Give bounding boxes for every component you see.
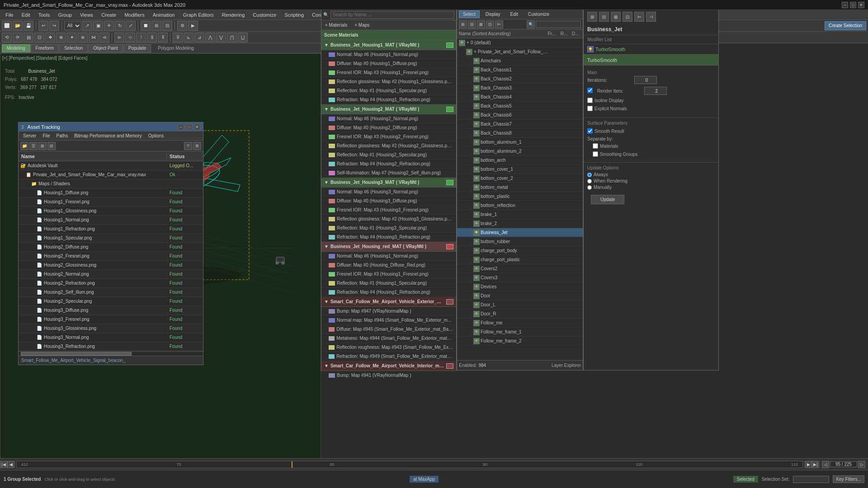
mat-section-header[interactable]: ▼Smart_Car_Follow_Me_Airport_Vehicle_Ext… [321, 297, 456, 307]
se-visibility-eye[interactable]: 👁 [473, 239, 480, 245]
populate-mode-btn[interactable]: Populate [123, 44, 151, 52]
mod-tb-btn1[interactable]: ⊞ [587, 12, 597, 22]
menu-item-customize[interactable]: Customize [249, 11, 280, 19]
mat-item[interactable]: Normal: Map #6 (Housing1_Normal.png) [321, 252, 456, 261]
se-icon-btn5[interactable]: ⊢ [495, 20, 503, 28]
se-tab-edit[interactable]: Edit [506, 10, 522, 18]
asset-file-menu[interactable]: File [40, 133, 52, 138]
se-tab-select[interactable]: Select [459, 10, 480, 18]
tb2-btn19[interactable]: ⋀ [205, 33, 215, 42]
tb2-btn8[interactable]: ⊛ [78, 33, 88, 42]
se-item[interactable]: 👁 Back_Chassis4 [457, 93, 583, 102]
mod-tb-btn2[interactable]: ⊟ [599, 12, 609, 22]
se-visibility-eye[interactable]: 👁 [473, 202, 480, 209]
mat-item[interactable]: Fresnel IOR: Map #3 (Housing1_Fresnel.pn… [321, 270, 456, 279]
object-paint-mode-btn[interactable]: Object Paint [88, 44, 123, 52]
timeline-cursor[interactable] [292, 461, 292, 468]
asset-help-btn[interactable]: ? [184, 142, 192, 150]
se-expand-tri[interactable]: ▼ [466, 41, 470, 45]
asset-row[interactable]: 📄 Housing3_Fresnel.png Found [19, 315, 203, 324]
mat-section-header[interactable]: ▼Smart_Car_Follow_Me_Airport_Vehicle_Int… [321, 361, 456, 371]
se-item[interactable]: 👁 bottom_reflection [457, 201, 583, 210]
minimize-button[interactable]: − [842, 2, 848, 8]
mat-item[interactable]: Normal: Map #6 (Housing1_Normal.png) [321, 50, 456, 59]
tb2-btn9[interactable]: ⋈ [89, 33, 99, 42]
se-icon-btn2[interactable]: ⊟ [468, 20, 476, 28]
se-visibility-eye[interactable]: 👁 [473, 320, 480, 326]
se-visibility-eye[interactable]: 👁 [473, 275, 480, 281]
menu-item-scripting[interactable]: Scripting [281, 11, 307, 19]
asset-options-menu[interactable]: Options [146, 133, 166, 138]
se-item[interactable]: 👁 bottom_aluminum_1 [457, 138, 583, 147]
asset-scroll-bar[interactable] [19, 351, 203, 356]
mat-item[interactable]: Diffuse: Map #0 (Housing_Diffuse_Red.png… [321, 261, 456, 270]
asset-row[interactable]: 📄 Housing3_Glossiness.png Found [19, 324, 203, 333]
snap2d-btn[interactable]: ⊞ [151, 21, 161, 31]
asset-row[interactable]: 📄 Housing2_Self_illum.png Found [19, 288, 203, 297]
se-item[interactable]: 👁 Door_L [457, 300, 583, 310]
open-btn[interactable]: 📂 [13, 21, 23, 31]
freeform-mode-btn[interactable]: Freeform [31, 44, 59, 52]
tb2-btn17[interactable]: ⊾ [184, 33, 193, 42]
se-visibility-eye[interactable]: 👁 [473, 121, 480, 127]
mat-item[interactable]: Fresnel IOR: Map #3 (Housing1_Fresnel.pn… [321, 68, 456, 77]
mat-search-input[interactable] [330, 11, 454, 19]
se-visibility-eye[interactable]: 👁 [473, 221, 480, 227]
mod-update-button[interactable]: Update [591, 195, 624, 204]
asset-row[interactable]: 📄 Housing1_Refraction.png Found [19, 225, 203, 234]
mat-item[interactable]: Diffuse: Map #0 (Housing3_Diffuse.png) [321, 197, 456, 206]
timeline-play-prev-btn[interactable]: ◀ [7, 461, 14, 468]
save-btn[interactable]: 💾 [24, 21, 33, 31]
mod-tb-btn3[interactable]: ⊠ [611, 12, 621, 22]
snap3d-btn[interactable]: ⊟ [162, 21, 172, 31]
se-item[interactable]: 👁 Follow_me [457, 319, 583, 328]
menu-item-rendering[interactable]: Rendering [218, 11, 249, 19]
se-visibility-eye[interactable]: 👁 [473, 293, 480, 299]
tb2-btn16[interactable]: ⊽ [173, 33, 183, 42]
asset-row[interactable]: 📄 Housing2_Fresnel.png Found [19, 252, 203, 261]
menu-item-group[interactable]: Group [54, 11, 75, 19]
se-expand-tri[interactable]: ▼ [473, 50, 477, 54]
se-item[interactable]: 👁 ▼ Private_Jet_and_Smart_Follow_Me_Car [457, 47, 583, 56]
se-visibility-eye[interactable]: 👁 [473, 311, 480, 317]
se-visibility-eye[interactable]: 👁 [473, 284, 480, 290]
se-visibility-eye[interactable]: 👁 [473, 329, 480, 335]
se-item[interactable]: 👁 Back_Chassis2 [457, 75, 583, 84]
title-controls[interactable]: − □ ✕ [842, 2, 864, 8]
se-item[interactable]: 👁 brake_1 [457, 210, 583, 219]
se-icon-btn1[interactable]: ⊞ [459, 20, 467, 28]
tb2-btn11[interactable]: ⊳ [114, 33, 124, 42]
asset-server-menu[interactable]: Server [20, 133, 39, 138]
menu-item-create[interactable]: Create [98, 11, 120, 19]
mat-item[interactable]: Reflection roughness: Map #943 (Smart_Fo… [321, 343, 456, 352]
asset-folder-btn[interactable]: 📁 [20, 142, 28, 150]
select-btn[interactable]: ↗ [82, 21, 92, 31]
asset-row[interactable]: 📄 Housing1_Diffuse.png Found [19, 188, 203, 197]
se-visibility-eye[interactable]: 👁 [473, 166, 480, 173]
se-visibility-eye[interactable]: 👁 [473, 302, 480, 308]
se-item[interactable]: 👁 bottom_cover_1 [457, 165, 583, 174]
se-visibility-eye[interactable]: 👁 [473, 230, 480, 236]
frame-prev-btn[interactable]: ◁ [822, 461, 829, 468]
se-item[interactable]: 👁 Back_Chassis8 [457, 129, 583, 138]
se-visibility-eye[interactable]: 👁 [473, 148, 480, 155]
mod-turbos-name[interactable]: TurboSmooth [595, 47, 715, 52]
asset-paths-menu[interactable]: Paths [54, 133, 71, 138]
mat-item[interactable]: Diffuse: Map #945 (Smart_Follow_Me_Exter… [321, 325, 456, 334]
close-button[interactable]: ✕ [858, 2, 864, 8]
timeline-end-btn[interactable]: ▶| [812, 461, 819, 468]
maximize-button[interactable]: □ [850, 2, 856, 8]
se-item[interactable]: 👁 ▼ 0 (default) [457, 38, 583, 47]
tb2-btn22[interactable]: ⋃ [238, 33, 248, 42]
se-visibility-eye[interactable]: 👁 [473, 257, 480, 263]
timeline-play-next-btn[interactable]: ▶ [805, 461, 812, 468]
mat-item[interactable]: Refraction: Map #4 (Housing3_Refraction.… [321, 233, 456, 242]
render-btn[interactable]: ▶ [188, 21, 198, 31]
mat-item[interactable]: Refraction: Map #949 (Smart_Follow_Me_Ex… [321, 352, 456, 361]
selection-set-input[interactable] [793, 476, 829, 483]
asset-row[interactable]: 📄 Housing2_Normal.png Found [19, 270, 203, 279]
se-tab-display[interactable]: Display [481, 10, 505, 18]
asset-table-btn[interactable]: ⊟ [47, 142, 56, 150]
select-region-btn[interactable]: ▣ [93, 21, 103, 31]
tb2-btn6[interactable]: ⊕ [56, 33, 66, 42]
